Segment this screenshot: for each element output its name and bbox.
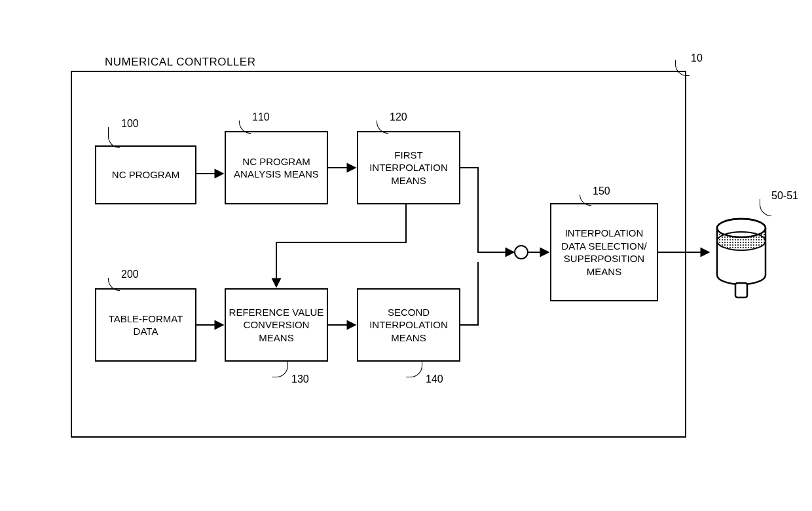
ref-120: 120 bbox=[390, 111, 407, 123]
block-nc-analysis: NC PROGRAM ANALYSIS MEANS bbox=[225, 131, 328, 204]
block-label: TABLE-FORMAT DATA bbox=[99, 312, 193, 338]
block-label: NC PROGRAM bbox=[112, 168, 179, 181]
block-table-data: TABLE-FORMAT DATA bbox=[95, 288, 196, 362]
ref-200: 200 bbox=[121, 269, 139, 280]
ref-150: 150 bbox=[593, 185, 610, 197]
block-label: INTERPOLATION DATA SELECTION/ SUPERPOSIT… bbox=[554, 227, 654, 278]
ref-10: 10 bbox=[691, 52, 703, 64]
ref-motor: 50-51 bbox=[771, 190, 798, 202]
block-first-interp: FIRST INTERPOLATION MEANS bbox=[357, 131, 460, 204]
ref-100: 100 bbox=[121, 118, 139, 130]
block-second-interp: SECOND INTERPOLATION MEANS bbox=[357, 288, 460, 362]
svg-rect-5 bbox=[735, 283, 747, 297]
block-label: REFERENCE VALUE CONVERSION MEANS bbox=[229, 306, 324, 345]
summing-junction bbox=[514, 245, 528, 259]
numerical-controller-title: NUMERICAL CONTROLLER bbox=[105, 56, 255, 69]
ref-130: 130 bbox=[291, 373, 309, 385]
ref-110: 110 bbox=[252, 111, 270, 123]
block-nc-program: NC PROGRAM bbox=[95, 145, 196, 204]
diagram-canvas: NUMERICAL CONTROLLER 10 NC PROGRAM 100 N… bbox=[0, 0, 812, 511]
motor-icon bbox=[710, 210, 773, 308]
block-label: FIRST INTERPOLATION MEANS bbox=[361, 149, 456, 187]
block-label: SECOND INTERPOLATION MEANS bbox=[361, 306, 456, 345]
ref-140: 140 bbox=[426, 373, 443, 385]
block-label: NC PROGRAM ANALYSIS MEANS bbox=[229, 155, 324, 181]
block-ref-conv: REFERENCE VALUE CONVERSION MEANS bbox=[225, 288, 328, 362]
block-sel-super: INTERPOLATION DATA SELECTION/ SUPERPOSIT… bbox=[550, 203, 658, 301]
